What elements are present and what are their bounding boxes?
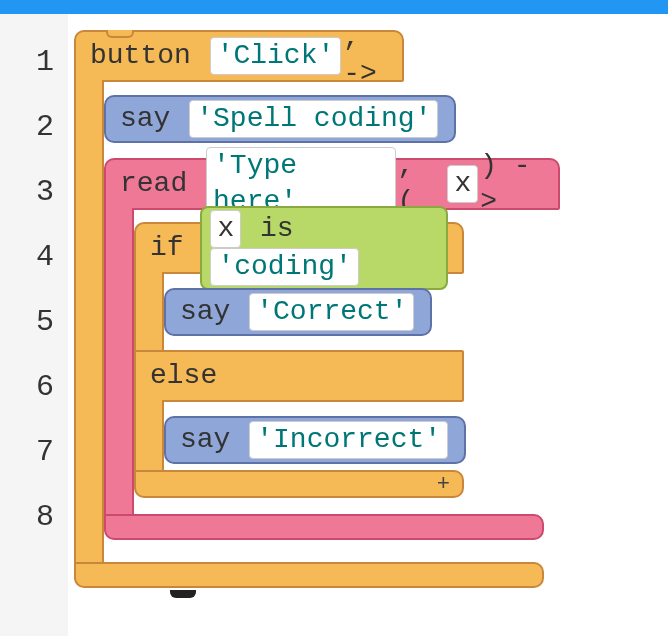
cond-val[interactable]: 'coding' (210, 248, 358, 286)
read-bottom-cap (104, 514, 544, 540)
arrow: , -> (343, 20, 388, 93)
keyword-say: say (180, 294, 230, 330)
else-block[interactable]: else (134, 350, 464, 402)
if-body-bar (134, 272, 164, 352)
line-number: 2 (0, 95, 68, 160)
line-number: 6 (0, 355, 68, 420)
read-body-bar (104, 208, 134, 538)
line-number: 3 (0, 160, 68, 225)
say-text[interactable]: 'Correct' (249, 293, 414, 331)
read-block[interactable]: read 'Type here' , (x) -> (104, 158, 560, 210)
say-block[interactable]: say 'Incorrect' (164, 416, 466, 464)
say-text[interactable]: 'Spell coding' (189, 100, 438, 138)
keyword-else: else (150, 358, 217, 394)
code-editor: 1 2 3 4 5 6 7 8 button 'Click' , -> (0, 14, 668, 636)
condition-block[interactable]: x is 'coding' (200, 206, 448, 291)
cond-op: is (243, 213, 293, 244)
line-number: 4 (0, 225, 68, 290)
window-top-bar (0, 0, 668, 14)
stack-end-notch (170, 590, 196, 598)
keyword-if: if (150, 230, 184, 266)
line-gutter: 1 2 3 4 5 6 7 8 (0, 14, 68, 636)
read-var[interactable]: x (447, 165, 478, 203)
if-bottom-cap: + (134, 470, 464, 498)
line-number: 5 (0, 290, 68, 355)
button-bottom-cap (74, 562, 544, 588)
if-block[interactable]: if x is 'coding' (134, 222, 464, 274)
say-text[interactable]: 'Incorrect' (249, 421, 448, 459)
say-block[interactable]: say 'Correct' (164, 288, 432, 336)
keyword-button: button (90, 38, 191, 74)
button-block[interactable]: button 'Click' , -> (74, 30, 404, 82)
button-label[interactable]: 'Click' (210, 37, 342, 75)
keyword-say: say (180, 422, 230, 458)
cond-var[interactable]: x (210, 210, 241, 248)
keyword-read: read (120, 166, 187, 202)
say-block[interactable]: say 'Spell coding' (104, 95, 456, 143)
line-number: 8 (0, 485, 68, 550)
line-number: 7 (0, 420, 68, 485)
button-body-bar (74, 80, 104, 586)
line-number: 1 (0, 30, 68, 95)
keyword-say: say (120, 101, 170, 137)
arrow: ) -> (480, 148, 544, 221)
code-area[interactable]: button 'Click' , -> say 'Spell coding' (68, 14, 668, 636)
add-branch-button[interactable]: + (136, 472, 462, 498)
